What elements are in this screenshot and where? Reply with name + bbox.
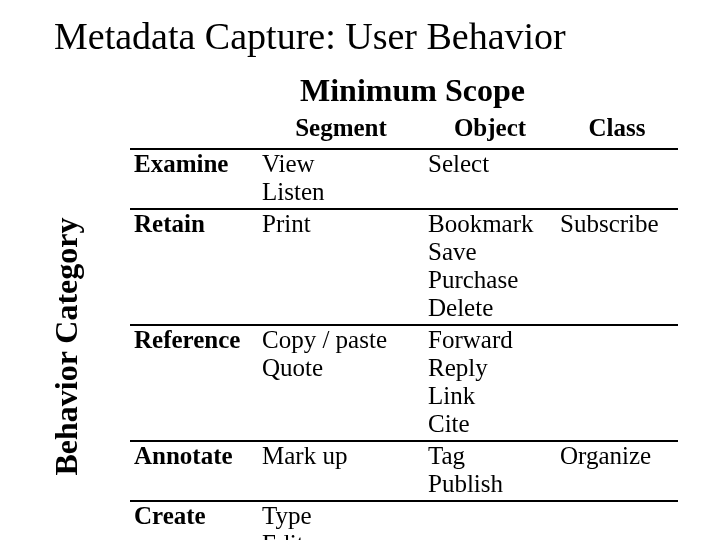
matrix-table: Segment Object Class Examine ViewListen … bbox=[130, 112, 678, 540]
cell-reference-segment: Copy / pasteQuote bbox=[258, 325, 424, 441]
cell-retain-segment: Print bbox=[258, 209, 424, 325]
row-label-create: Create bbox=[130, 501, 258, 540]
col-header-object: Object bbox=[424, 112, 556, 149]
header-blank bbox=[130, 112, 258, 149]
cell-examine-object: Select bbox=[424, 149, 556, 209]
cell-retain-class: Subscribe bbox=[556, 209, 678, 325]
cell-reference-class bbox=[556, 325, 678, 441]
page-title: Metadata Capture: User Behavior bbox=[54, 14, 566, 58]
row-label-examine: Examine bbox=[130, 149, 258, 209]
cell-annotate-object: TagPublish bbox=[424, 441, 556, 501]
row-label-annotate: Annotate bbox=[130, 441, 258, 501]
cell-annotate-class: Organize bbox=[556, 441, 678, 501]
side-axis-label: Behavior Category bbox=[48, 167, 85, 527]
row-label-reference: Reference bbox=[130, 325, 258, 441]
cell-create-object bbox=[424, 501, 556, 540]
table-row: Create TypeEdit bbox=[130, 501, 678, 540]
table-row: Annotate Mark up TagPublish Organize bbox=[130, 441, 678, 501]
cell-reference-object: ForwardReplyLinkCite bbox=[424, 325, 556, 441]
cell-retain-object: BookmarkSavePurchaseDelete bbox=[424, 209, 556, 325]
table-row: Reference Copy / pasteQuote ForwardReply… bbox=[130, 325, 678, 441]
cell-examine-class bbox=[556, 149, 678, 209]
table-row: Retain Print BookmarkSavePurchaseDelete … bbox=[130, 209, 678, 325]
top-axis-label: Minimum Scope bbox=[300, 72, 525, 109]
col-header-segment: Segment bbox=[258, 112, 424, 149]
cell-create-class bbox=[556, 501, 678, 540]
row-label-retain: Retain bbox=[130, 209, 258, 325]
table-row: Examine ViewListen Select bbox=[130, 149, 678, 209]
col-header-class: Class bbox=[556, 112, 678, 149]
slide: Metadata Capture: User Behavior Minimum … bbox=[0, 0, 720, 540]
cell-create-segment: TypeEdit bbox=[258, 501, 424, 540]
cell-annotate-segment: Mark up bbox=[258, 441, 424, 501]
cell-examine-segment: ViewListen bbox=[258, 149, 424, 209]
